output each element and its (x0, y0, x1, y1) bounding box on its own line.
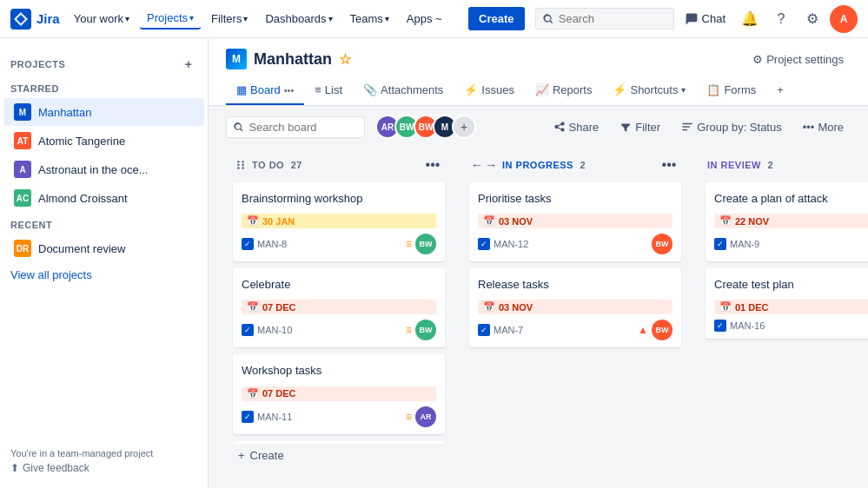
card-man10-date: 📅 07 DEC (242, 300, 436, 314)
tab-reports[interactable]: 📈 Reports (525, 76, 603, 105)
tab-board[interactable]: ▦ Board ••• (226, 76, 304, 105)
give-feedback-button[interactable]: ⬆ Give feedback (10, 458, 209, 474)
svg-rect-3 (683, 129, 688, 130)
chevron-down-icon: ▾ (385, 14, 389, 23)
help-button[interactable]: ? (767, 5, 795, 33)
card-man16-date: 📅 01 DEC (714, 300, 868, 314)
main-layout: Projects + STARRED M Manhattan AT Atomic… (0, 38, 868, 488)
list-icon: ≡ (315, 83, 321, 96)
search-board-input[interactable] (248, 121, 357, 134)
card-man10[interactable]: Celebrate 📅 07 DEC MAN-10 ≡ BW (233, 268, 445, 347)
board: TO DO 27 ••• Brainstorming workshop 📅 30… (209, 148, 868, 488)
card-man10-meta: ≡ BW (406, 320, 436, 340)
sidebar-footer: You're in a team-managed project ⬆ Give … (0, 441, 209, 481)
priority-medium-icon: ≡ (406, 324, 412, 336)
arrow-right-icon[interactable]: → (485, 158, 497, 172)
settings-button[interactable]: ⚙ (798, 5, 826, 33)
user-avatar[interactable]: A (830, 5, 858, 33)
card-man12-date: 📅 03 NOV (478, 214, 673, 228)
tab-forms[interactable]: 📋 Forms (696, 76, 766, 105)
avatar-bw: BW (652, 234, 673, 254)
card-man12[interactable]: Prioritise tasks 📅 03 NOV MAN-12 BW (469, 182, 681, 261)
card-man11[interactable]: Workshop tasks 📅 07 DEC MAN-11 ≡ AR (233, 354, 445, 433)
card-man11-id: MAN-11 (242, 411, 292, 423)
calendar-icon: 📅 (719, 215, 732, 227)
arrow-left-icon[interactable]: ← (471, 158, 483, 172)
sidebar-item-astronaut[interactable]: A Astronaut in the oce... (3, 155, 204, 183)
avatar-bw: BW (415, 320, 436, 340)
card-man16-bottom: MAN-16 ≡ (714, 320, 868, 332)
tab-issues[interactable]: ⚡ Issues (454, 76, 525, 105)
nav-your-work[interactable]: Your work ▾ (67, 9, 136, 29)
calendar-icon: 📅 (719, 301, 732, 313)
board-tab-dots[interactable]: ••• (284, 85, 295, 96)
group-by-button[interactable]: Group by: Status (674, 117, 789, 137)
tab-list[interactable]: ≡ List (304, 76, 353, 105)
svg-rect-1 (683, 123, 692, 124)
notifications-button[interactable]: 🔔 (736, 5, 764, 33)
card-man13[interactable]: Contact marketing 📅 07 DEC MAN-13 ≡ (233, 441, 445, 444)
share-button[interactable]: Share (547, 117, 606, 137)
svg-point-7 (242, 161, 244, 163)
app-logo[interactable]: Jira (10, 9, 60, 30)
member-avatars: AR BW BW M + (375, 115, 476, 139)
project-title-row: M Manhattan ☆ ⚙ Project settings (226, 49, 851, 69)
column-todo-title: TO DO 27 (252, 160, 417, 170)
column-todo-header: TO DO 27 ••• (226, 148, 452, 182)
column-inprogress-more[interactable]: ••• (659, 155, 679, 175)
svg-point-8 (242, 164, 244, 167)
more-button[interactable]: ••• More (796, 117, 851, 137)
main-content: M Manhattan ☆ ⚙ Project settings ▦ Board… (209, 38, 868, 488)
avatar-bw: BW (415, 234, 436, 254)
nav-apps[interactable]: Apps ~ (400, 9, 449, 29)
card-man9-bottom: MAN-9 AR (714, 234, 868, 254)
chat-icon (685, 12, 699, 26)
add-project-button[interactable]: + (180, 56, 197, 73)
sidebar-item-manhattan[interactable]: M Manhattan (3, 98, 204, 126)
project-tabs: ▦ Board ••• ≡ List 📎 Attachments ⚡ Issue… (226, 76, 851, 105)
task-icon (242, 411, 254, 423)
sidebar-item-document-review[interactable]: DR Document review (3, 234, 204, 262)
filter-icon (620, 121, 632, 133)
filter-button[interactable]: Filter (613, 117, 667, 137)
card-man8[interactable]: Brainstorming workshop 📅 30 JAN MAN-8 ≡ (233, 182, 445, 261)
nav-projects[interactable]: Projects ▾ (140, 8, 201, 30)
sidebar-item-atomic-tangerine[interactable]: AT Atomic Tangerine (3, 127, 204, 155)
avatar-ar: AR (415, 406, 436, 427)
svg-point-5 (237, 164, 240, 167)
search-box[interactable] (535, 8, 674, 30)
chevron-down-icon: ▾ (125, 14, 129, 23)
nav-teams[interactable]: Teams ▾ (343, 9, 396, 29)
nav-dashboards[interactable]: Dashboards ▾ (258, 9, 339, 29)
search-board-box[interactable] (226, 116, 365, 138)
chat-button[interactable]: Chat (678, 9, 732, 30)
project-settings-button[interactable]: ⚙ Project settings (745, 49, 851, 69)
add-tab-button[interactable]: + (766, 76, 794, 105)
forms-icon: 📋 (706, 83, 720, 96)
avatar-bw: BW (652, 320, 673, 340)
svg-rect-2 (683, 126, 690, 127)
nav-filters[interactable]: Filters ▾ (204, 9, 255, 29)
view-all-projects[interactable]: View all projects (0, 263, 208, 287)
search-input[interactable] (559, 12, 666, 25)
card-man16[interactable]: Create test plan 📅 01 DEC MAN-16 ≡ (706, 268, 868, 339)
column-todo: TO DO 27 ••• Brainstorming workshop 📅 30… (226, 148, 452, 471)
tab-shortcuts[interactable]: ⚡ Shortcuts ▾ (602, 76, 696, 105)
tab-attachments[interactable]: 📎 Attachments (353, 76, 454, 105)
card-man7-date: 📅 03 NOV (478, 300, 673, 314)
priority-medium-icon: ≡ (406, 411, 412, 423)
add-member-avatar[interactable]: + (452, 115, 476, 139)
astronaut-icon: A (14, 161, 31, 178)
project-title: M Manhattan ☆ (226, 49, 351, 69)
card-man7[interactable]: Release tasks 📅 03 NOV MAN-7 ▲ BW (469, 268, 681, 347)
card-man9[interactable]: Create a plan of attack 📅 22 NOV MAN-9 A… (706, 182, 868, 261)
create-button[interactable]: Create (468, 7, 524, 30)
sidebar-item-almond-croissant[interactable]: AC Almond Croissant (3, 184, 204, 212)
jira-logo-text: Jira (36, 11, 60, 26)
column-todo-more[interactable]: ••• (422, 155, 443, 175)
sidebar: Projects + STARRED M Manhattan AT Atomic… (0, 38, 209, 488)
star-icon[interactable]: ☆ (339, 51, 351, 68)
card-man8-meta: ≡ BW (406, 234, 436, 254)
card-man12-id: MAN-12 (478, 238, 528, 250)
card-man12-title: Prioritise tasks (478, 191, 673, 207)
